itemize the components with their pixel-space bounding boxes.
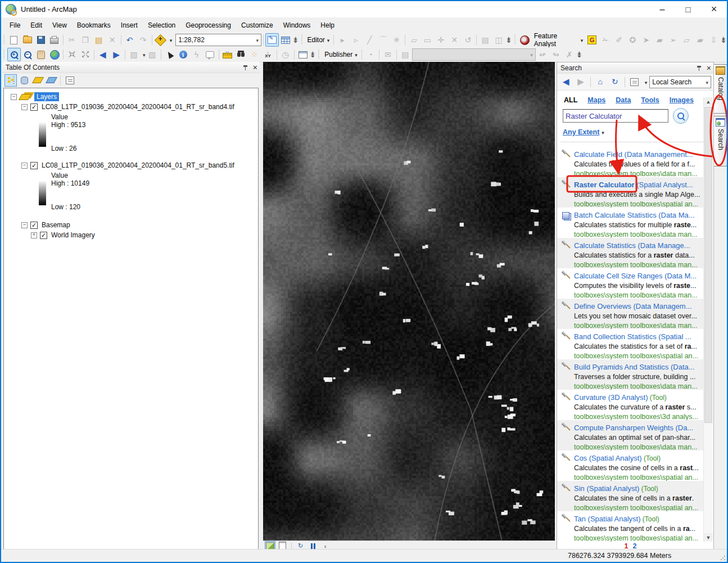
map-scale-combobox[interactable]: 1:28,782 xyxy=(175,34,261,46)
result-title[interactable]: Raster Calculator (Spatial Analyst... xyxy=(574,180,700,190)
list-by-selection-button[interactable] xyxy=(45,74,57,87)
rotate-button[interactable] xyxy=(447,33,461,47)
scroll-thumb[interactable] xyxy=(704,107,712,423)
hyperlink-button[interactable] xyxy=(190,48,204,61)
close-button[interactable] xyxy=(701,1,727,17)
result-title[interactable]: Build Pyramids And Statistics (Data... xyxy=(574,362,698,372)
time-slider-button[interactable] xyxy=(279,48,292,61)
go-to-xy-button[interactable]: XY xyxy=(261,48,275,61)
cut-button[interactable] xyxy=(65,33,79,47)
print-button[interactable] xyxy=(48,33,61,47)
search-tab[interactable]: Images xyxy=(670,96,694,104)
list-by-drawing-order-button[interactable] xyxy=(4,74,17,87)
fa-pen-button[interactable] xyxy=(612,33,626,47)
menu-item[interactable]: Help xyxy=(315,19,340,31)
viewer-window-button[interactable] xyxy=(296,48,310,61)
world-imagery-layer-name[interactable]: World Imagery xyxy=(51,231,95,239)
toolbar-grip[interactable] xyxy=(3,35,6,45)
toc-pin-icon[interactable] xyxy=(243,64,248,71)
band5-expander[interactable] xyxy=(21,163,28,169)
fa-poly-k-button[interactable] xyxy=(693,33,707,47)
editor-tool-button[interactable] xyxy=(336,33,349,47)
menu-item[interactable]: Selection xyxy=(143,19,180,31)
select-features-dropdown[interactable] xyxy=(141,51,146,58)
search-result-item[interactable]: Calculate Statistics (Data Manage... Cal… xyxy=(557,238,704,268)
resize-grip[interactable] xyxy=(720,555,726,561)
publisher-grip[interactable] xyxy=(318,49,320,60)
publisher-package-button[interactable] xyxy=(381,48,395,61)
result-title[interactable]: Compute Pansharpen Weights (Da... xyxy=(574,423,698,433)
fixed-zoom-in-button[interactable]: ↘↙↗↖ xyxy=(65,48,79,61)
world-imagery-expander[interactable] xyxy=(31,232,37,238)
fa-cursor-x-button[interactable] xyxy=(666,33,680,47)
tools-toolbar-grip[interactable] xyxy=(3,49,6,60)
search-tab[interactable]: Data xyxy=(616,96,631,104)
html-popup-button[interactable] xyxy=(204,48,217,61)
fa-clip-button[interactable] xyxy=(599,33,612,47)
maximize-button[interactable] xyxy=(675,1,701,17)
layers-expander[interactable] xyxy=(11,94,17,100)
search-result-item[interactable]: Raster Calculator (Spatial Analyst... Bu… xyxy=(557,177,704,208)
endpoint-arc-button[interactable] xyxy=(376,33,390,47)
list-by-source-button[interactable] xyxy=(18,74,30,87)
straight-segment-button[interactable] xyxy=(363,33,376,47)
result-title[interactable]: Define Overviews (Data Managem... xyxy=(574,301,698,312)
clear-selection-button[interactable] xyxy=(146,48,159,61)
band4-expander[interactable] xyxy=(21,104,28,110)
measure-button[interactable] xyxy=(221,48,234,61)
basemap-expander[interactable] xyxy=(21,222,28,228)
reshape-feature-button[interactable] xyxy=(407,33,420,47)
menu-item[interactable]: File xyxy=(4,19,25,31)
tools-overflow-icon[interactable] xyxy=(310,51,316,58)
publisher-back-button[interactable] xyxy=(536,48,549,61)
publisher-overflow-icon[interactable] xyxy=(576,51,583,58)
toc-options-button[interactable] xyxy=(64,74,76,87)
fa-cursor-check-button[interactable] xyxy=(639,33,653,47)
paste-button[interactable] xyxy=(92,33,106,47)
map-canvas[interactable] xyxy=(263,62,555,541)
save-button[interactable] xyxy=(34,33,48,47)
sketch-properties-button[interactable] xyxy=(492,33,505,47)
result-title[interactable]: Calculate Statistics (Data Manage... xyxy=(574,241,698,251)
search-scope-combobox[interactable]: Local Search xyxy=(649,76,711,88)
editor-undo-button[interactable] xyxy=(461,33,474,47)
fa-poly-x-button[interactable] xyxy=(680,33,693,47)
search-pin-icon[interactable] xyxy=(697,65,702,71)
add-data-dropdown[interactable] xyxy=(168,36,173,44)
open-button[interactable] xyxy=(21,33,34,47)
any-extent-link[interactable]: Any Extent xyxy=(563,128,599,136)
search-result-item[interactable]: Batch Calculate Statistics (Data Ma... C… xyxy=(557,208,704,238)
menu-item[interactable]: Windows xyxy=(278,19,316,31)
new-document-button[interactable] xyxy=(7,33,21,47)
fa-poly-check-button[interactable] xyxy=(653,33,666,47)
trace-button[interactable] xyxy=(390,33,403,47)
select-elements-button[interactable] xyxy=(163,48,177,61)
band4-checkbox[interactable] xyxy=(30,103,38,111)
publisher-menu[interactable]: Publisher xyxy=(322,51,360,58)
delete-button[interactable] xyxy=(106,33,119,47)
fa-download-button[interactable] xyxy=(707,33,720,47)
catalog-tab[interactable]: Catalog xyxy=(714,64,727,114)
fa-learn-button[interactable] xyxy=(626,33,639,47)
menu-item[interactable]: Customize xyxy=(236,19,278,31)
band4-layer-name[interactable]: LC08_L1TP_019036_20200404_20200404_01_RT… xyxy=(42,103,234,111)
publisher-forward-button[interactable] xyxy=(549,48,563,61)
search-tab[interactable]: Maps xyxy=(587,96,605,104)
search-home-button[interactable] xyxy=(594,75,607,89)
attributes-button[interactable] xyxy=(478,33,492,47)
result-title[interactable]: Sin (Spatial Analyst) (Tool) xyxy=(574,484,698,494)
search-settings-dropdown[interactable] xyxy=(643,78,648,86)
band5-layer-name[interactable]: LC08_L1TP_019036_20200404_20200404_01_RT… xyxy=(42,161,234,169)
search-tab[interactable]: ALL xyxy=(564,96,577,104)
attribute-table-button[interactable] xyxy=(279,33,292,47)
editor-overflow-icon[interactable] xyxy=(505,36,512,44)
menu-item[interactable]: Geoprocessing xyxy=(180,19,236,31)
feature-analyst-grip[interactable] xyxy=(514,35,517,45)
publisher-document-combobox[interactable] xyxy=(412,48,536,61)
copy-button[interactable] xyxy=(79,33,92,47)
result-title[interactable]: Calculate Field (Data Management... xyxy=(574,150,698,160)
identify-button[interactable]: i xyxy=(177,48,190,61)
pan-button[interactable] xyxy=(34,48,48,61)
search-input[interactable] xyxy=(563,109,668,123)
redo-button[interactable] xyxy=(137,33,150,47)
